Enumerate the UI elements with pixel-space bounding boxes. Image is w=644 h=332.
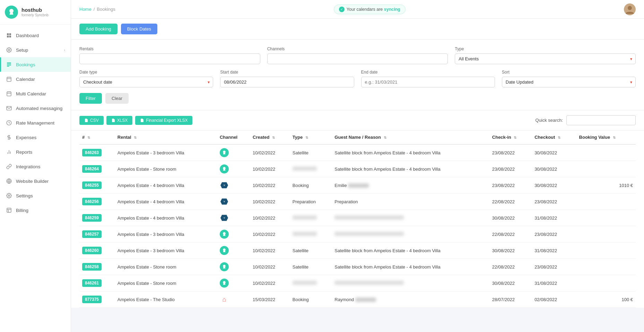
bookings-icon xyxy=(6,61,12,68)
action-bar: Add Booking Block Dates xyxy=(71,19,644,40)
booking-id-badge[interactable]: 846255 xyxy=(82,181,102,189)
filter-end-date: End date xyxy=(361,70,495,87)
sort-select[interactable]: Date Updated xyxy=(502,77,636,87)
rental-sort-icon: ⇅ xyxy=(134,136,137,139)
table-row[interactable]: 846257 Ampelos Estate - 3 bedroom Villa … xyxy=(79,226,636,242)
sidebar-label-bookings: Bookings xyxy=(16,62,35,67)
start-date-input[interactable] xyxy=(220,77,354,87)
table-row[interactable]: 877375 Ampelos Estate - The Studio ⌂ 15/… xyxy=(79,291,636,308)
add-booking-button[interactable]: Add Booking xyxy=(79,24,118,34)
cell-rental: Ampelos Estate - 4 bedroom Villa xyxy=(115,210,217,226)
booking-id-badge[interactable]: 846264 xyxy=(82,165,102,173)
end-date-input[interactable] xyxy=(361,77,495,87)
export-financial-button[interactable]: Financial Export XLSX xyxy=(135,116,192,125)
table-row[interactable]: 846264 Ampelos Estate - Stone room 10/02… xyxy=(79,161,636,177)
sidebar-item-billing[interactable]: Billing xyxy=(0,203,71,218)
filters-section: Rentals Channels Type All Events xyxy=(71,40,644,110)
col-num[interactable]: # ⇅ xyxy=(79,130,115,144)
cell-id[interactable]: 846261 xyxy=(79,275,115,291)
cell-guest: Emilie xyxy=(332,177,489,194)
booking-id-badge[interactable]: 846260 xyxy=(82,247,102,254)
export-csv-button[interactable]: CSV xyxy=(79,116,104,125)
user-avatar[interactable] xyxy=(624,3,636,15)
table-row[interactable]: 846258 Ampelos Estate - Stone room 10/02… xyxy=(79,259,636,275)
sidebar-item-multi-calendar[interactable]: Multi Calendar xyxy=(0,86,71,101)
col-checkin[interactable]: Check-in ⇅ xyxy=(489,130,532,144)
clear-button[interactable]: Clear xyxy=(105,93,129,104)
col-value[interactable]: Booking Value ⇅ xyxy=(576,130,636,144)
cell-channel xyxy=(217,144,250,161)
booking-id-badge[interactable]: 846256 xyxy=(82,198,102,205)
booking-id-badge[interactable]: 846261 xyxy=(82,279,102,287)
col-checkout[interactable]: Checkout ⇅ xyxy=(532,130,576,144)
sidebar-item-dashboard[interactable]: Dashboard xyxy=(0,28,71,43)
sidebar-label-calendar: Calendar xyxy=(16,77,35,82)
cell-id[interactable]: 846259 xyxy=(79,210,115,226)
table-row[interactable]: 846261 Ampelos Estate - Stone room 10/02… xyxy=(79,275,636,291)
cell-rental: Ampelos Estate - The Studio xyxy=(115,291,217,308)
quick-search-input[interactable] xyxy=(566,115,636,125)
sidebar-item-integrations[interactable]: Integrations xyxy=(0,159,71,174)
col-guest[interactable]: Guest Name / Reason ⇅ xyxy=(332,130,489,144)
block-dates-button[interactable]: Block Dates xyxy=(121,24,157,34)
cell-id[interactable]: 846264 xyxy=(79,161,115,177)
cell-type: Preparation xyxy=(290,194,332,210)
booking-id-badge[interactable]: 846259 xyxy=(82,214,102,222)
sidebar-item-settings[interactable]: Settings xyxy=(0,188,71,203)
type-select[interactable]: All Events xyxy=(455,53,636,64)
cell-checkin: 22/08/2022 xyxy=(489,259,532,275)
booking-id-badge[interactable]: 846258 xyxy=(82,263,102,271)
booking-id-badge[interactable]: 846257 xyxy=(82,230,102,238)
rentals-input[interactable] xyxy=(79,53,260,64)
cell-guest: Raymond xyxy=(332,291,489,308)
filter-button[interactable]: Filter xyxy=(79,93,102,104)
cell-value xyxy=(576,275,636,291)
sidebar-item-setup[interactable]: Setup › xyxy=(0,43,71,57)
cell-id[interactable]: 877375 xyxy=(79,291,115,308)
cell-id[interactable]: 846260 xyxy=(79,242,115,259)
col-rental[interactable]: Rental ⇅ xyxy=(115,130,217,144)
table-row[interactable]: 846259 Ampelos Estate - 4 bedroom Villa … xyxy=(79,210,636,226)
cell-id[interactable]: 846255 xyxy=(79,177,115,194)
app-name: hosthub xyxy=(21,7,49,13)
checkin-sort-icon: ⇅ xyxy=(514,136,516,139)
sidebar-item-calendar[interactable]: Calendar xyxy=(0,72,71,86)
table-row[interactable]: 846260 Ampelos Estate - 3 bedroom Villa … xyxy=(79,242,636,259)
booking-id-badge[interactable]: 846263 xyxy=(82,149,102,156)
cell-checkout: 31/08/2022 xyxy=(532,242,576,259)
rentals-label: Rentals xyxy=(79,46,260,51)
financial-label: Financial Export XLSX xyxy=(146,118,188,123)
value-sort-icon: ⇅ xyxy=(613,136,616,139)
sidebar-item-bookings[interactable]: Bookings xyxy=(0,57,71,72)
filter-type: Type All Events xyxy=(455,46,636,64)
channels-input[interactable] xyxy=(267,53,448,64)
sidebar-item-expenses[interactable]: Expenses xyxy=(0,130,71,145)
cell-type: Satellite xyxy=(290,259,332,275)
cell-guest: Satellite block from Ampelos Estate - 4 … xyxy=(332,259,489,275)
cell-rental: Ampelos Estate - 4 bedroom Villa xyxy=(115,194,217,210)
col-created[interactable]: Created ⇅ xyxy=(250,130,290,144)
sidebar-item-rate-management[interactable]: Rate Management xyxy=(0,116,71,130)
cell-value xyxy=(576,194,636,210)
integrations-icon xyxy=(6,163,12,170)
cell-id[interactable]: 846263 xyxy=(79,144,115,161)
cell-id[interactable]: 846257 xyxy=(79,226,115,242)
sidebar-label-website: Website Builder xyxy=(16,179,49,184)
col-type[interactable]: Type ⇅ xyxy=(290,130,332,144)
cell-id[interactable]: 846256 xyxy=(79,194,115,210)
svg-rect-3 xyxy=(9,36,11,37)
export-xlsx-button[interactable]: XLSX xyxy=(106,116,133,125)
cell-id[interactable]: 846258 xyxy=(79,259,115,275)
booking-id-badge[interactable]: 877375 xyxy=(82,296,102,303)
date-type-select[interactable]: Checkout date xyxy=(79,77,213,87)
table-row[interactable]: 846263 Ampelos Estate - 3 bedroom Villa … xyxy=(79,144,636,161)
sidebar-item-automated-messaging[interactable]: Automated messaging xyxy=(0,101,71,116)
sidebar-item-reports[interactable]: Reports xyxy=(0,145,71,159)
quick-search-area: Quick search: xyxy=(536,115,636,125)
start-date-label: Start date xyxy=(220,70,354,75)
calendar-icon xyxy=(6,76,12,83)
table-row[interactable]: 846255 Ampelos Estate - 4 bedroom Villa … xyxy=(79,177,636,194)
sidebar-item-website-builder[interactable]: Website Builder xyxy=(0,174,71,188)
table-row[interactable]: 846256 Ampelos Estate - 4 bedroom Villa … xyxy=(79,194,636,210)
breadcrumb-home[interactable]: Home xyxy=(79,7,92,12)
